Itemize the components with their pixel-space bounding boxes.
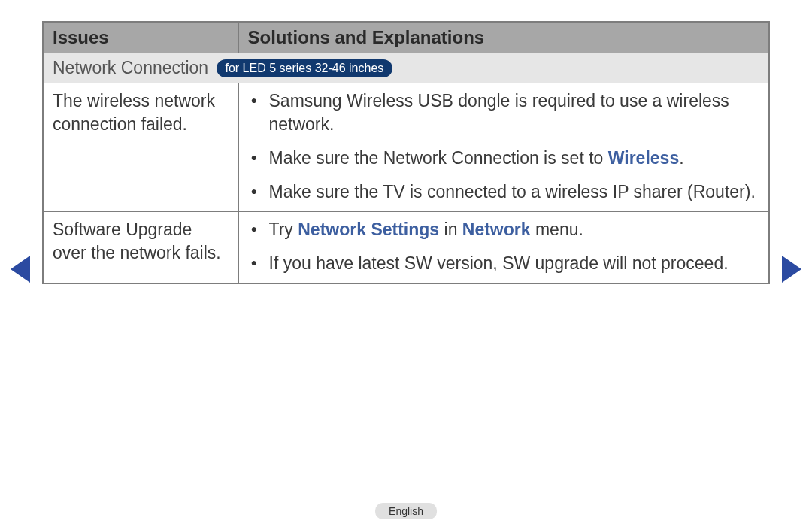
list-item: Try Network Settings in Network menu. xyxy=(248,218,760,241)
solution-cell: Try Network Settings in Network menu. If… xyxy=(238,212,769,284)
page-content: Issues Solutions and Explanations Networ… xyxy=(0,0,812,284)
language-indicator[interactable]: English xyxy=(375,503,437,519)
prev-page-arrow-icon[interactable] xyxy=(11,256,30,283)
list-item: Make sure the TV is connected to a wirel… xyxy=(248,180,760,204)
th-solutions: Solutions and Explanations xyxy=(238,22,769,53)
th-issues: Issues xyxy=(43,22,238,53)
section-title: Network Connection xyxy=(53,58,208,77)
table-row: Software Upgrade over the network fails.… xyxy=(43,212,769,284)
issue-cell: The wireless network connection failed. xyxy=(43,83,238,212)
table-row: The wireless network connection failed. … xyxy=(43,83,769,212)
list-item: Make sure the Network Connection is set … xyxy=(248,147,760,170)
troubleshoot-table: Issues Solutions and Explanations Networ… xyxy=(42,21,770,284)
table-header-row: Issues Solutions and Explanations xyxy=(43,22,769,53)
section-badge: for LED 5 series 32-46 inches xyxy=(217,59,393,77)
list-item: If you have latest SW version, SW upgrad… xyxy=(248,252,760,275)
list-item: Samsung Wireless USB dongle is required … xyxy=(248,89,760,136)
highlight-wireless: Wireless xyxy=(608,148,679,168)
section-row-network: Network Connection for LED 5 series 32-4… xyxy=(43,53,769,83)
solution-cell: Samsung Wireless USB dongle is required … xyxy=(238,83,769,212)
issue-cell: Software Upgrade over the network fails. xyxy=(43,212,238,284)
highlight-network: Network xyxy=(462,220,531,239)
highlight-network-settings: Network Settings xyxy=(298,220,439,239)
next-page-arrow-icon[interactable] xyxy=(782,256,801,283)
